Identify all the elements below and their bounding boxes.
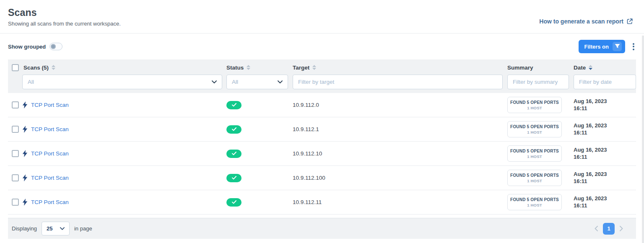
date-line: Aug 16, 2023 (574, 195, 607, 202)
pagination: 1 (595, 223, 632, 235)
scrollbar[interactable] (642, 36, 644, 243)
toolbar-right: Filters on (579, 40, 636, 53)
chevron-left-icon[interactable] (595, 226, 598, 231)
summary-secondary: 1 HOST (527, 203, 542, 207)
page-title: Scans (8, 7, 633, 18)
kebab-menu-icon[interactable] (631, 41, 636, 52)
column-header-status[interactable]: Status (226, 65, 250, 71)
date-filter-input[interactable] (574, 75, 636, 89)
date-line: Aug 16, 2023 (574, 122, 607, 129)
funnel-icon (613, 42, 622, 51)
summary-badge[interactable]: FOUND 5 OPEN PORTS 1 HOST (507, 121, 562, 137)
table-row: TCP Port Scan 10.9.112.10 FOUND 5 OPEN P… (8, 142, 636, 166)
scan-name-link[interactable]: TCP Port Scan (31, 199, 69, 205)
page-header: Scans Showing all scans from the current… (0, 0, 644, 34)
help-link[interactable]: How to generate a scan report (539, 18, 633, 25)
table-row: TCP Port Scan 10.9.112.11 FOUND 5 OPEN P… (8, 190, 636, 215)
external-link-icon (626, 18, 633, 25)
filters-button[interactable]: Filters on (579, 40, 625, 53)
status-badge-finished (226, 174, 242, 182)
sort-arrows-icon[interactable] (247, 65, 250, 70)
table-row: TCP Port Scan 10.9.112.1 FOUND 5 OPEN PO… (8, 117, 636, 142)
summary-secondary: 1 HOST (527, 154, 542, 159)
target-text: 10.9.112.0 (293, 102, 319, 108)
time-line: 16:11 (574, 202, 607, 209)
row-checkbox[interactable] (12, 199, 19, 206)
sort-arrows-icon[interactable] (52, 65, 55, 70)
chevron-right-icon[interactable] (620, 226, 623, 231)
table-body: TCP Port Scan 10.9.112.0 FOUND 5 OPEN PO… (8, 93, 636, 215)
lightning-bolt-icon (22, 101, 28, 109)
table-row: TCP Port Scan 10.9.112.0 FOUND 5 OPEN PO… (8, 93, 636, 117)
table-footer: Displaying 25 in page 1 (8, 218, 636, 239)
scans-table: Scans (5) Status Tar (8, 59, 636, 215)
toggle-knob (51, 44, 56, 49)
scan-name-link[interactable]: TCP Port Scan (31, 150, 69, 157)
summary-badge[interactable]: FOUND 5 OPEN PORTS 1 HOST (507, 194, 562, 210)
lightning-bolt-icon (22, 126, 28, 133)
toolbar: Show grouped Filters on (0, 34, 644, 59)
date-text: Aug 16, 2023 16:11 (574, 171, 607, 185)
lightning-bolt-icon (22, 174, 28, 181)
summary-primary: FOUND 5 OPEN PORTS (510, 124, 559, 129)
target-filter-input[interactable] (293, 75, 503, 89)
sort-arrows-icon-active[interactable] (589, 65, 592, 70)
target-text: 10.9.112.100 (293, 175, 325, 181)
status-badge-finished (226, 101, 242, 109)
summary-secondary: 1 HOST (527, 178, 542, 183)
lightning-bolt-icon (22, 150, 28, 157)
select-all-checkbox[interactable] (12, 64, 19, 71)
date-text: Aug 16, 2023 16:11 (574, 98, 607, 112)
scan-name-link[interactable]: TCP Port Scan (31, 175, 69, 181)
page-size-select[interactable]: 25 (42, 222, 70, 235)
summary-badge[interactable]: FOUND 5 OPEN PORTS 1 HOST (507, 97, 562, 113)
summary-badge[interactable]: FOUND 5 OPEN PORTS 1 HOST (507, 145, 562, 162)
show-grouped-control: Show grouped (8, 43, 62, 50)
date-text: Aug 16, 2023 16:11 (574, 122, 607, 137)
summary-primary: FOUND 5 OPEN PORTS (510, 173, 559, 178)
table-row: TCP Port Scan 10.9.112.100 FOUND 5 OPEN … (8, 166, 636, 190)
check-icon (232, 200, 236, 204)
column-header-date[interactable]: Date (574, 65, 592, 71)
pagination-page-button[interactable]: 1 (603, 223, 615, 235)
row-checkbox[interactable] (12, 126, 19, 133)
summary-primary: FOUND 5 OPEN PORTS (510, 100, 559, 105)
sort-arrows-icon[interactable] (312, 65, 316, 70)
show-grouped-toggle[interactable] (49, 43, 62, 50)
target-text: 10.9.112.11 (293, 199, 322, 205)
in-page-label: in page (74, 225, 92, 232)
status-badge-finished (226, 198, 242, 207)
row-checkbox[interactable] (12, 101, 19, 109)
filter-row: All All (8, 75, 636, 89)
date-line: Aug 16, 2023 (574, 171, 607, 178)
check-icon (232, 127, 236, 131)
help-link-label: How to generate a scan report (539, 18, 623, 25)
date-line: Aug 16, 2023 (574, 147, 607, 154)
column-header-scans[interactable]: Scans (5) (23, 65, 55, 71)
time-line: 16:11 (574, 178, 607, 185)
filters-button-label: Filters on (584, 44, 609, 50)
column-header-summary: Summary (507, 65, 533, 71)
check-icon (232, 152, 236, 155)
row-checkbox[interactable] (12, 150, 19, 157)
scan-name-link[interactable]: TCP Port Scan (31, 126, 69, 132)
status-badge-finished (226, 150, 242, 158)
status-badge-finished (226, 125, 242, 134)
time-line: 16:11 (574, 105, 607, 112)
page-size-control: Displaying 25 in page (12, 222, 92, 235)
row-checkbox[interactable] (12, 174, 19, 181)
summary-secondary: 1 HOST (527, 106, 542, 110)
status-filter-select[interactable]: All (226, 75, 288, 89)
target-text: 10.9.112.10 (293, 150, 322, 157)
summary-badge[interactable]: FOUND 5 OPEN PORTS 1 HOST (507, 170, 562, 186)
time-line: 16:11 (574, 154, 607, 161)
displaying-label: Displaying (12, 225, 37, 232)
date-text: Aug 16, 2023 16:11 (574, 195, 607, 209)
summary-primary: FOUND 5 OPEN PORTS (510, 197, 559, 202)
column-header-target[interactable]: Target (293, 65, 316, 71)
scans-filter-select[interactable]: All (22, 75, 222, 89)
summary-filter-input[interactable] (507, 75, 569, 89)
chevron-down-icon (60, 227, 65, 230)
scan-name-link[interactable]: TCP Port Scan (31, 102, 69, 108)
time-line: 16:11 (574, 129, 607, 137)
